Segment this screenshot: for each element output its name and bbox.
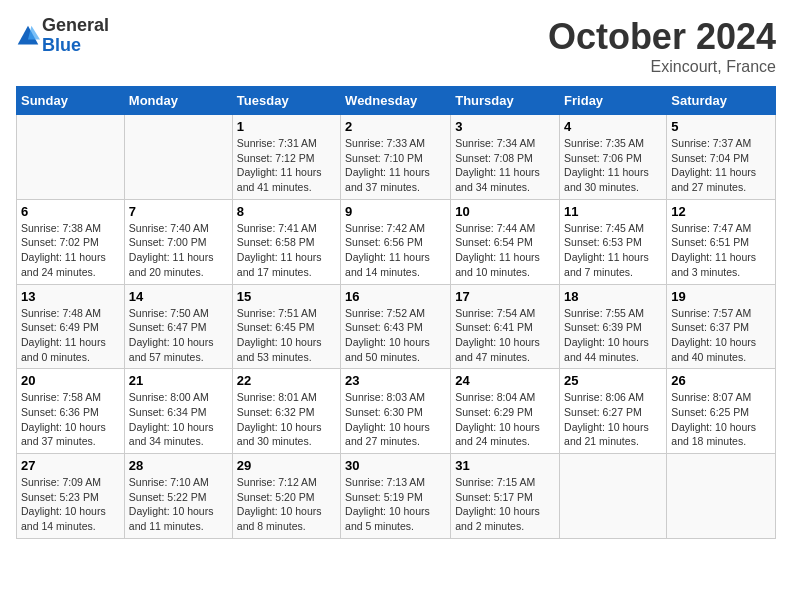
day-info: Sunrise: 8:04 AMSunset: 6:29 PMDaylight:… [455,391,540,447]
day-cell [667,454,776,539]
calendar-header-row: SundayMondayTuesdayWednesdayThursdayFrid… [17,87,776,115]
logo: General Blue [16,16,109,56]
day-info: Sunrise: 7:37 AMSunset: 7:04 PMDaylight:… [671,137,756,193]
day-cell: 6Sunrise: 7:38 AMSunset: 7:02 PMDaylight… [17,199,125,284]
day-info: Sunrise: 8:00 AMSunset: 6:34 PMDaylight:… [129,391,214,447]
column-header-monday: Monday [124,87,232,115]
day-cell: 31Sunrise: 7:15 AMSunset: 5:17 PMDayligh… [451,454,560,539]
column-header-saturday: Saturday [667,87,776,115]
day-number: 27 [21,458,120,473]
day-number: 13 [21,289,120,304]
day-number: 9 [345,204,446,219]
day-info: Sunrise: 7:12 AMSunset: 5:20 PMDaylight:… [237,476,322,532]
day-cell: 5Sunrise: 7:37 AMSunset: 7:04 PMDaylight… [667,115,776,200]
column-header-friday: Friday [560,87,667,115]
column-header-wednesday: Wednesday [341,87,451,115]
column-header-thursday: Thursday [451,87,560,115]
day-cell: 17Sunrise: 7:54 AMSunset: 6:41 PMDayligh… [451,284,560,369]
day-info: Sunrise: 7:34 AMSunset: 7:08 PMDaylight:… [455,137,540,193]
svg-marker-1 [28,26,40,40]
day-info: Sunrise: 7:13 AMSunset: 5:19 PMDaylight:… [345,476,430,532]
column-header-tuesday: Tuesday [232,87,340,115]
day-number: 31 [455,458,555,473]
logo-blue-text: Blue [42,36,109,56]
day-info: Sunrise: 7:51 AMSunset: 6:45 PMDaylight:… [237,307,322,363]
day-number: 14 [129,289,228,304]
day-info: Sunrise: 7:31 AMSunset: 7:12 PMDaylight:… [237,137,322,193]
day-number: 29 [237,458,336,473]
day-number: 30 [345,458,446,473]
day-number: 1 [237,119,336,134]
day-cell: 22Sunrise: 8:01 AMSunset: 6:32 PMDayligh… [232,369,340,454]
day-cell: 29Sunrise: 7:12 AMSunset: 5:20 PMDayligh… [232,454,340,539]
day-cell: 1Sunrise: 7:31 AMSunset: 7:12 PMDaylight… [232,115,340,200]
day-number: 21 [129,373,228,388]
day-cell: 21Sunrise: 8:00 AMSunset: 6:34 PMDayligh… [124,369,232,454]
day-number: 15 [237,289,336,304]
day-cell: 24Sunrise: 8:04 AMSunset: 6:29 PMDayligh… [451,369,560,454]
day-number: 19 [671,289,771,304]
day-info: Sunrise: 8:03 AMSunset: 6:30 PMDaylight:… [345,391,430,447]
day-number: 5 [671,119,771,134]
day-cell: 15Sunrise: 7:51 AMSunset: 6:45 PMDayligh… [232,284,340,369]
day-number: 20 [21,373,120,388]
week-row-1: 1Sunrise: 7:31 AMSunset: 7:12 PMDaylight… [17,115,776,200]
day-cell: 25Sunrise: 8:06 AMSunset: 6:27 PMDayligh… [560,369,667,454]
day-info: Sunrise: 7:10 AMSunset: 5:22 PMDaylight:… [129,476,214,532]
day-number: 8 [237,204,336,219]
day-info: Sunrise: 8:07 AMSunset: 6:25 PMDaylight:… [671,391,756,447]
week-row-3: 13Sunrise: 7:48 AMSunset: 6:49 PMDayligh… [17,284,776,369]
calendar-table: SundayMondayTuesdayWednesdayThursdayFrid… [16,86,776,539]
day-cell [560,454,667,539]
day-cell: 10Sunrise: 7:44 AMSunset: 6:54 PMDayligh… [451,199,560,284]
day-info: Sunrise: 7:58 AMSunset: 6:36 PMDaylight:… [21,391,106,447]
day-number: 24 [455,373,555,388]
day-info: Sunrise: 7:45 AMSunset: 6:53 PMDaylight:… [564,222,649,278]
day-info: Sunrise: 7:55 AMSunset: 6:39 PMDaylight:… [564,307,649,363]
day-number: 7 [129,204,228,219]
day-cell: 28Sunrise: 7:10 AMSunset: 5:22 PMDayligh… [124,454,232,539]
day-info: Sunrise: 7:35 AMSunset: 7:06 PMDaylight:… [564,137,649,193]
day-info: Sunrise: 8:01 AMSunset: 6:32 PMDaylight:… [237,391,322,447]
logo-icon [16,24,40,48]
logo-text: General Blue [42,16,109,56]
day-info: Sunrise: 7:41 AMSunset: 6:58 PMDaylight:… [237,222,322,278]
day-cell: 16Sunrise: 7:52 AMSunset: 6:43 PMDayligh… [341,284,451,369]
day-info: Sunrise: 7:57 AMSunset: 6:37 PMDaylight:… [671,307,756,363]
day-info: Sunrise: 7:40 AMSunset: 7:00 PMDaylight:… [129,222,214,278]
day-number: 22 [237,373,336,388]
day-cell: 7Sunrise: 7:40 AMSunset: 7:00 PMDaylight… [124,199,232,284]
day-info: Sunrise: 7:54 AMSunset: 6:41 PMDaylight:… [455,307,540,363]
day-number: 26 [671,373,771,388]
day-info: Sunrise: 7:50 AMSunset: 6:47 PMDaylight:… [129,307,214,363]
day-number: 10 [455,204,555,219]
day-cell: 11Sunrise: 7:45 AMSunset: 6:53 PMDayligh… [560,199,667,284]
day-number: 17 [455,289,555,304]
day-number: 28 [129,458,228,473]
day-info: Sunrise: 7:44 AMSunset: 6:54 PMDaylight:… [455,222,540,278]
week-row-2: 6Sunrise: 7:38 AMSunset: 7:02 PMDaylight… [17,199,776,284]
day-cell: 2Sunrise: 7:33 AMSunset: 7:10 PMDaylight… [341,115,451,200]
day-cell: 9Sunrise: 7:42 AMSunset: 6:56 PMDaylight… [341,199,451,284]
logo-general-text: General [42,16,109,36]
day-number: 16 [345,289,446,304]
day-number: 3 [455,119,555,134]
location: Exincourt, France [548,58,776,76]
day-info: Sunrise: 8:06 AMSunset: 6:27 PMDaylight:… [564,391,649,447]
week-row-4: 20Sunrise: 7:58 AMSunset: 6:36 PMDayligh… [17,369,776,454]
day-info: Sunrise: 7:48 AMSunset: 6:49 PMDaylight:… [21,307,106,363]
day-number: 11 [564,204,662,219]
day-number: 18 [564,289,662,304]
day-number: 4 [564,119,662,134]
day-cell: 13Sunrise: 7:48 AMSunset: 6:49 PMDayligh… [17,284,125,369]
day-info: Sunrise: 7:47 AMSunset: 6:51 PMDaylight:… [671,222,756,278]
day-cell: 14Sunrise: 7:50 AMSunset: 6:47 PMDayligh… [124,284,232,369]
day-cell [124,115,232,200]
day-info: Sunrise: 7:09 AMSunset: 5:23 PMDaylight:… [21,476,106,532]
day-info: Sunrise: 7:52 AMSunset: 6:43 PMDaylight:… [345,307,430,363]
day-cell: 26Sunrise: 8:07 AMSunset: 6:25 PMDayligh… [667,369,776,454]
day-number: 25 [564,373,662,388]
day-number: 2 [345,119,446,134]
day-info: Sunrise: 7:33 AMSunset: 7:10 PMDaylight:… [345,137,430,193]
title-block: October 2024 Exincourt, France [548,16,776,76]
